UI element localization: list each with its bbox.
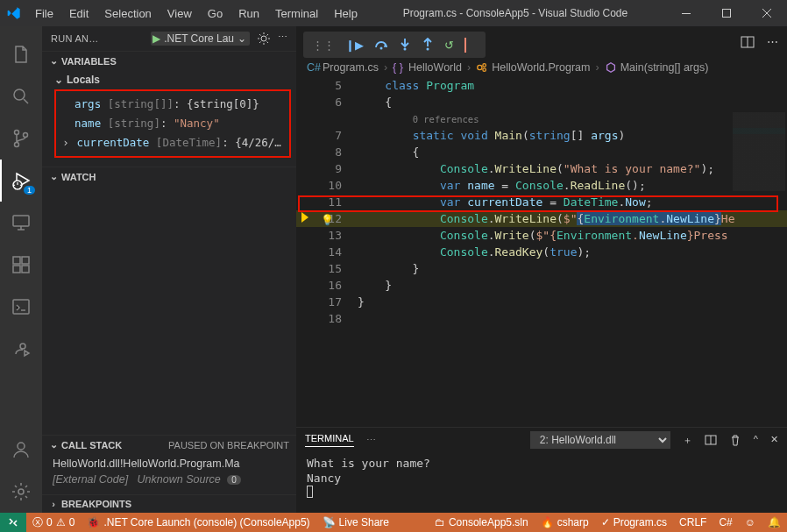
- activity-search[interactable]: [0, 75, 42, 117]
- locals-scope[interactable]: ⌄ Locals: [54, 72, 296, 88]
- code-line[interactable]: 8 {: [296, 144, 787, 160]
- check-icon: ✓: [601, 516, 610, 528]
- new-terminal-icon[interactable]: ＋: [683, 434, 692, 447]
- activity-settings[interactable]: [0, 471, 42, 513]
- menu-go[interactable]: Go: [201, 4, 230, 24]
- code-line[interactable]: 15 }: [296, 260, 787, 277]
- code-line[interactable]: 5 class Program: [296, 77, 787, 94]
- eol-status[interactable]: CRLF: [673, 516, 713, 528]
- step-into-icon[interactable]: [399, 38, 411, 52]
- menu-selection[interactable]: Selection: [97, 4, 158, 24]
- console-icon: [11, 296, 32, 317]
- lang-server-status[interactable]: 🔥csharp: [535, 516, 595, 528]
- restart-icon[interactable]: ↺: [444, 39, 454, 52]
- menu-help[interactable]: Help: [327, 4, 365, 24]
- debug-target[interactable]: 🐞.NET Core Launch (console) (ConsoleApp5…: [81, 513, 316, 532]
- drag-handle-icon[interactable]: ⋮⋮: [312, 39, 335, 52]
- extensions-icon: [11, 254, 32, 275]
- menu-edit[interactable]: Edit: [62, 4, 96, 24]
- liveshare-icon: 📡: [323, 516, 336, 528]
- more-icon[interactable]: ⋯: [767, 35, 778, 49]
- step-out-icon[interactable]: [422, 38, 434, 52]
- kill-terminal-icon[interactable]: [729, 434, 741, 447]
- vscode-logo-icon: [7, 6, 21, 20]
- open-launch-json-icon[interactable]: [257, 32, 271, 46]
- titlebar: File Edit Selection View Go Run Terminal…: [0, 0, 787, 26]
- svg-rect-10: [22, 266, 29, 273]
- menu-terminal[interactable]: Terminal: [268, 4, 325, 24]
- code-line[interactable]: 12💡 Console.WriteLine($"{Environment.New…: [296, 210, 787, 227]
- more-icon[interactable]: ⋯: [366, 435, 376, 446]
- activity-extensions[interactable]: [0, 244, 42, 286]
- code-line[interactable]: 17}: [296, 294, 787, 310]
- variables-section-header[interactable]: ⌄ VARIABLES: [42, 52, 296, 70]
- code-line[interactable]: 10 var name = Console.ReadLine();: [296, 177, 787, 194]
- csharp-file-icon: C#: [307, 61, 319, 74]
- terminal-cursor: [307, 486, 313, 498]
- callstack-status: PAUSED ON BREAKPOINT: [168, 440, 289, 450]
- svg-point-4: [15, 143, 19, 147]
- flame-icon: 🔥: [541, 516, 554, 528]
- menu-file[interactable]: File: [28, 4, 60, 24]
- code-editor[interactable]: 5 class Program6 { 0 references7 static …: [296, 77, 787, 427]
- callstack-section-header[interactable]: ⌄ CALL STACK PAUSED ON BREAKPOINT: [42, 436, 296, 454]
- minimap[interactable]: [733, 112, 785, 191]
- watch-section-header[interactable]: ⌄ WATCH: [42, 167, 296, 186]
- close-button[interactable]: [747, 0, 787, 26]
- variable-row[interactable]: args [string[]]: {string[0]}: [61, 95, 284, 114]
- variable-row[interactable]: › currentDate [DateTime]: {4/26/202…: [61, 133, 284, 153]
- activity-account[interactable]: [0, 429, 42, 471]
- svg-rect-11: [22, 257, 29, 264]
- code-line[interactable]: 13 Console.Write($"{Environment.NewLine}…: [296, 227, 787, 244]
- solution-status[interactable]: 🗀ConsoleApp5.sln: [429, 516, 535, 528]
- active-file-status[interactable]: ✓Program.cs: [595, 516, 673, 528]
- minimize-button[interactable]: [666, 0, 706, 26]
- remote-indicator[interactable]: [0, 513, 26, 532]
- code-line[interactable]: 11 var currentDate = DateTime.Now;: [296, 194, 787, 210]
- debug-icon: 🐞: [87, 516, 100, 528]
- code-line[interactable]: 6 {: [296, 94, 787, 110]
- code-line[interactable]: 14 Console.ReadKey(true);: [296, 244, 787, 260]
- code-line[interactable]: 0 references: [296, 110, 787, 127]
- problems-indicator[interactable]: ⓧ0 ⚠0: [26, 513, 81, 532]
- breadcrumb[interactable]: C#Program.cs › { }HelloWorld › HelloWorl…: [296, 58, 787, 77]
- editor-area: ⋮⋮ ❙▶ ↺ ⋯ C#Program.cs › { }HelloWorld ›…: [296, 26, 787, 513]
- code-line[interactable]: 9 Console.WriteLine("What is your name?"…: [296, 160, 787, 177]
- sidebar-title: RUN AN…: [51, 33, 151, 44]
- notifications-icon[interactable]: 🔔: [762, 516, 787, 528]
- activity-console[interactable]: [0, 286, 42, 328]
- activity-liveshare[interactable]: [0, 328, 42, 370]
- menu-view[interactable]: View: [160, 4, 199, 24]
- gear-icon: [11, 481, 32, 502]
- code-line[interactable]: 18: [296, 310, 787, 327]
- maximize-button[interactable]: [706, 0, 747, 26]
- account-icon: [11, 439, 32, 460]
- breakpoints-section-header[interactable]: › BREAKPOINTS: [42, 495, 296, 513]
- step-over-icon[interactable]: [374, 39, 388, 51]
- code-line[interactable]: 16 }: [296, 277, 787, 294]
- terminal-output[interactable]: What is your name? Nancy: [296, 452, 787, 505]
- activity-scm[interactable]: [0, 117, 42, 160]
- maximize-panel-icon[interactable]: ^: [754, 434, 758, 447]
- more-icon[interactable]: ⋯: [278, 32, 287, 46]
- terminal-select[interactable]: 2: HelloWorld.dll: [530, 431, 670, 449]
- debug-toolbar[interactable]: ⋮⋮ ❙▶ ↺: [303, 32, 486, 58]
- liveshare-status[interactable]: 📡Live Share: [316, 513, 395, 532]
- callstack-frame[interactable]: HelloWorld.dll!HelloWorld.Program.Ma: [53, 456, 289, 472]
- split-editor-icon[interactable]: [741, 35, 755, 49]
- variable-row[interactable]: name [string]: "Nancy": [61, 114, 284, 133]
- activity-debug[interactable]: 1: [0, 160, 42, 202]
- lang-mode-status[interactable]: C#: [713, 516, 738, 528]
- launch-config-select[interactable]: ▶ .NET Core Lau ⌄: [151, 32, 250, 46]
- split-terminal-icon[interactable]: [705, 434, 717, 447]
- code-line[interactable]: 7 static void Main(string[] args): [296, 127, 787, 144]
- activity-explorer[interactable]: [0, 33, 42, 75]
- feedback-icon[interactable]: ☺: [739, 516, 762, 528]
- activity-remote[interactable]: [0, 202, 42, 244]
- callstack-frame[interactable]: [External Code] Unknown Source 0: [53, 472, 289, 487]
- terminal-tab[interactable]: TERMINAL: [305, 433, 354, 447]
- stop-icon[interactable]: [464, 39, 466, 52]
- menu-run[interactable]: Run: [231, 4, 266, 24]
- continue-icon[interactable]: ❙▶: [345, 39, 364, 52]
- close-panel-icon[interactable]: ✕: [770, 434, 778, 447]
